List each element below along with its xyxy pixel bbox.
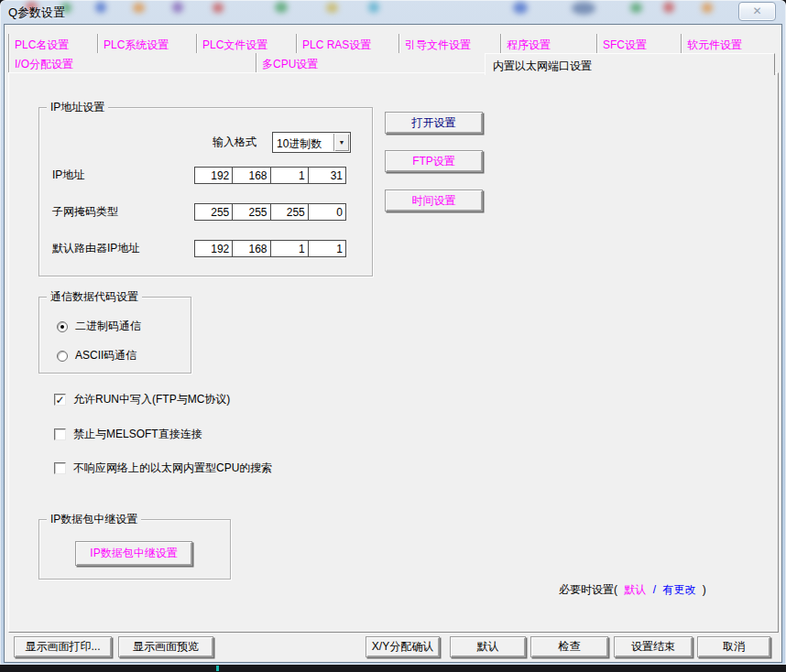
print-screen-button[interactable]: 显示画面打印... — [14, 636, 112, 657]
default-router-field: 192 168 1 1 — [194, 240, 346, 257]
open-settings-button[interactable]: 打开设置 — [385, 112, 483, 134]
note-slash: / — [651, 583, 658, 596]
button-label: 显示画面打印... — [25, 639, 100, 655]
input-format-select[interactable]: 10进制数 ▼ — [272, 132, 351, 153]
button-label: 默认 — [477, 639, 499, 655]
cancel-button[interactable]: 取消 — [697, 636, 770, 657]
tab-label: SFC设置 — [603, 38, 647, 51]
checkbox-no-response-cpu-search[interactable]: 不响应网络上的以太网内置型CPU的搜索 — [54, 461, 272, 476]
checkbox-disable-melsoft-direct[interactable]: 禁止与MELSOFT直接连接 — [54, 427, 202, 442]
radio-label[interactable]: ASCII码通信 — [75, 348, 136, 363]
ip-octet[interactable]: 0 — [308, 204, 345, 220]
ip-octet[interactable]: 168 — [232, 241, 269, 256]
radio-binary-comm[interactable]: 二进制码通信 — [57, 319, 141, 334]
glass-blur-artifact — [513, 2, 528, 14]
group-title: 通信数据代码设置 — [47, 290, 142, 304]
checkbox-icon[interactable] — [54, 428, 66, 440]
q-parameter-dialog: PLC名设置 PLC系统设置 PLC文件设置 PLC RAS设置 引导文件设置 … — [4, 24, 782, 663]
tab-label: 软元件设置 — [687, 38, 742, 51]
required-setting-note: 必要时设置( 默认 / 有更改 ) — [557, 582, 708, 598]
ftp-settings-button[interactable]: FTP设置 — [385, 150, 483, 172]
glass-blur-artifact — [213, 3, 224, 13]
check-button[interactable]: 检查 — [530, 636, 608, 657]
chevron-down-icon[interactable]: ▼ — [333, 134, 349, 151]
button-label: FTP设置 — [412, 154, 455, 169]
tab-label: 引导文件设置 — [405, 38, 471, 51]
tab-multi-cpu[interactable]: 多CPU设置 — [256, 53, 485, 72]
radio-ascii-comm[interactable]: ASCII码通信 — [57, 348, 136, 363]
button-label: 显示画面预览 — [133, 639, 199, 655]
glass-blur-artifact — [275, 2, 288, 13]
finish-settings-button[interactable]: 设置结束 — [614, 636, 693, 657]
close-icon: ✕ — [752, 5, 761, 17]
input-format-label: 输入格式 — [213, 134, 257, 151]
button-label: IP数据包中继设置 — [90, 546, 177, 561]
glass-blur-artifact — [95, 2, 106, 13]
checkbox-label[interactable]: 允许RUN中写入(FTP与MC协议) — [73, 392, 230, 407]
tab-label: 程序设置 — [507, 38, 551, 51]
preview-screen-button[interactable]: 显示画面预览 — [118, 636, 213, 657]
ip-octet[interactable]: 255 — [270, 204, 308, 220]
button-label: 取消 — [723, 639, 745, 655]
tab-plc-system[interactable]: PLC系统设置 — [97, 34, 196, 53]
checkbox-label[interactable]: 不响应网络上的以太网内置型CPU的搜索 — [73, 461, 272, 476]
tab-sfc[interactable]: SFC设置 — [596, 34, 681, 53]
tab-boot-file[interactable]: 引导文件设置 — [398, 34, 500, 53]
tab-plc-ras[interactable]: PLC RAS设置 — [296, 34, 398, 53]
tab-io-assignment[interactable]: I/O分配设置 — [8, 53, 256, 72]
time-settings-button[interactable]: 时间设置 — [385, 190, 483, 211]
tab-device[interactable]: 软元件设置 — [681, 34, 769, 53]
ip-octet[interactable]: 255 — [232, 204, 269, 220]
ip-octet[interactable]: 168 — [232, 168, 269, 183]
dropdown-arrow-glyph: ▼ — [339, 139, 345, 146]
tab-label: PLC系统设置 — [104, 38, 169, 51]
radio-icon[interactable] — [57, 321, 68, 332]
ip-octet[interactable]: 255 — [195, 204, 232, 220]
tab-label: 多CPU设置 — [262, 58, 318, 70]
tab-plc-name[interactable]: PLC名设置 — [8, 34, 97, 53]
tab-label: 内置以太网端口设置 — [493, 60, 592, 72]
close-button[interactable]: ✕ — [738, 2, 776, 21]
ip-address-label: IP地址 — [52, 167, 84, 184]
tab-built-in-ethernet-port[interactable]: 内置以太网端口设置 — [485, 53, 775, 75]
subnet-mask-label: 子网掩码类型 — [52, 203, 118, 221]
ip-octet[interactable]: 1 — [270, 168, 308, 183]
group-title: IP数据包中继设置 — [47, 513, 141, 526]
ip-octet[interactable]: 1 — [270, 241, 308, 256]
tab-label: PLC RAS设置 — [302, 38, 371, 51]
window-title: Q参数设置 — [8, 5, 65, 21]
glass-blur-artifact — [133, 3, 145, 13]
radio-icon[interactable] — [57, 351, 68, 362]
checkbox-icon[interactable]: ✓ — [54, 394, 66, 406]
glass-blur-artifact — [572, 2, 595, 15]
button-label: 时间设置 — [412, 193, 456, 209]
glass-blur-artifact — [368, 2, 379, 13]
button-label: X/Y分配确认 — [372, 639, 433, 655]
glass-blur-artifact — [172, 2, 183, 13]
checkbox-allow-run-write[interactable]: ✓ 允许RUN中写入(FTP与MC协议) — [54, 392, 230, 407]
xy-assignment-confirm-button[interactable]: X/Y分配确认 — [366, 636, 440, 657]
default-button[interactable]: 默认 — [450, 636, 526, 657]
checkbox-label[interactable]: 禁止与MELSOFT直接连接 — [73, 427, 202, 442]
tab-label: I/O分配设置 — [15, 58, 73, 70]
radio-label[interactable]: 二进制码通信 — [75, 319, 141, 334]
ip-packet-relay-button[interactable]: IP数据包中继设置 — [75, 541, 192, 566]
checkbox-icon[interactable] — [54, 462, 66, 474]
ip-octet[interactable]: 192 — [195, 168, 232, 183]
tab-plc-file[interactable]: PLC文件设置 — [196, 34, 296, 53]
tab-program[interactable]: 程序设置 — [500, 34, 596, 53]
tab-row-2: I/O分配设置 多CPU设置 内置以太网端口设置 — [8, 53, 779, 72]
button-label: 打开设置 — [412, 115, 456, 131]
background-artifact — [216, 666, 219, 671]
group-title: IP地址设置 — [47, 101, 108, 114]
default-router-label: 默认路由器IP地址 — [52, 240, 139, 257]
glass-blur-artifact — [326, 3, 338, 13]
glass-blur-artifact — [663, 2, 674, 13]
ip-octet[interactable]: 31 — [308, 168, 345, 183]
ip-octet[interactable]: 1 — [308, 241, 345, 256]
ip-octet[interactable]: 192 — [195, 241, 232, 256]
ip-address-field: 192 168 1 31 — [194, 167, 346, 184]
input-format-value: 10进制数 — [273, 133, 333, 152]
ethernet-settings-pane: IP地址设置 输入格式 10进制数 ▼ IP地址 192 168 1 31 子网… — [8, 72, 779, 633]
note-default: 默认 — [622, 583, 648, 596]
